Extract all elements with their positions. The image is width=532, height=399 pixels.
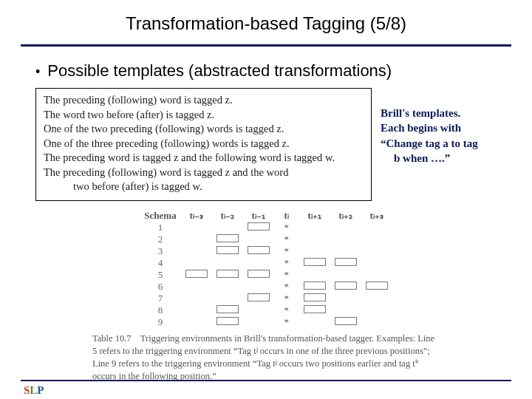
logo-letter-l: L <box>30 384 37 396</box>
templates-box: The preceding (following) word is tagged… <box>35 88 372 201</box>
col-ti+3: tᵢ₊₃ <box>361 210 392 222</box>
schema-cell <box>243 245 274 257</box>
sidenote-line: b when ….” <box>381 151 514 166</box>
schema-cell <box>181 257 212 269</box>
title-underline <box>21 44 511 47</box>
col-ti+1: tᵢ₊₁ <box>299 210 330 222</box>
template-line: The preceding word is tagged z and the f… <box>44 151 364 166</box>
schema-cell <box>181 304 212 316</box>
template-line: The word two before (after) is tagged z. <box>44 108 364 123</box>
schema-cell: * <box>274 316 299 328</box>
schema-cell <box>243 222 274 233</box>
schema-cell <box>181 269 212 281</box>
schema-cell <box>243 316 274 328</box>
side-annotation: Brill's templates. Each begins with “Cha… <box>381 88 514 166</box>
schema-cell <box>361 222 392 233</box>
row-label: 4 <box>140 257 180 269</box>
row-label: 6 <box>140 281 180 293</box>
schema-cell: * <box>274 222 299 233</box>
col-ti+2: tᵢ₊₂ <box>330 210 361 222</box>
schema-cell <box>299 233 330 245</box>
schema-cell <box>243 293 274 304</box>
schema-cell <box>361 257 392 269</box>
schema-cell <box>212 222 243 233</box>
table-row: 3* <box>140 245 392 257</box>
schema-cell <box>361 269 392 281</box>
bullet-text: Possible templates (abstracted transform… <box>47 61 392 81</box>
schema-cell <box>181 281 212 293</box>
schema-cell: * <box>274 257 299 269</box>
row-label: 1 <box>140 222 180 233</box>
schema-cell <box>212 269 243 281</box>
schema-table: Schema tᵢ₋₃ tᵢ₋₂ tᵢ₋₁ tᵢ tᵢ₊₁ tᵢ₊₂ tᵢ₊₃ … <box>140 210 392 328</box>
schema-cell <box>330 245 361 257</box>
template-line: two before (after) is tagged w. <box>44 180 364 194</box>
schema-cell <box>361 316 392 328</box>
schema-cell <box>361 233 392 245</box>
footer-rule <box>21 380 511 381</box>
schema-cell <box>299 222 330 233</box>
schema-cell <box>212 257 243 269</box>
col-schema: Schema <box>140 210 180 222</box>
schema-cell <box>243 233 274 245</box>
schema-cell <box>212 245 243 257</box>
row-label: 8 <box>140 304 180 316</box>
schema-cell <box>361 304 392 316</box>
bullet-item: • Possible templates (abstracted transfo… <box>35 61 532 81</box>
schema-cell <box>299 293 330 304</box>
row-label: 9 <box>140 316 180 328</box>
schema-cell <box>361 281 392 293</box>
table-row: 9* <box>140 316 392 328</box>
schema-cell <box>330 269 361 281</box>
schema-cell <box>330 233 361 245</box>
sidenote-line: Each begins with <box>381 120 514 135</box>
schema-cell: * <box>274 269 299 281</box>
table-row: 8* <box>140 304 392 316</box>
schema-cell <box>299 281 330 293</box>
schema-cell: * <box>274 304 299 316</box>
row-label: 2 <box>140 233 180 245</box>
table-row: 6* <box>140 281 392 293</box>
template-line: The preceding (following) word is tagged… <box>44 93 364 108</box>
schema-cell <box>299 316 330 328</box>
schema-cell <box>330 293 361 304</box>
schema-cell <box>212 316 243 328</box>
schema-cell <box>243 269 274 281</box>
template-line: One of the three preceding (following) w… <box>44 137 364 151</box>
schema-cell <box>212 304 243 316</box>
row-label: 5 <box>140 269 180 281</box>
table-row: 4* <box>140 257 392 269</box>
row-label: 7 <box>140 293 180 304</box>
slide-title: Transformation-based Tagging (5/8) <box>0 0 532 44</box>
schema-cell: * <box>274 233 299 245</box>
sidenote-line: Brill's templates. <box>381 106 514 120</box>
schema-cell <box>212 281 243 293</box>
col-ti-2: tᵢ₋₂ <box>212 210 243 222</box>
schema-cell <box>330 316 361 328</box>
schema-cell <box>330 222 361 233</box>
row-label: 3 <box>140 245 180 257</box>
table-caption: Table 10.7 Triggering environments in Br… <box>92 332 440 383</box>
schema-cell <box>181 233 212 245</box>
schema-cell <box>212 233 243 245</box>
schema-cell <box>299 269 330 281</box>
col-ti-3: tᵢ₋₃ <box>181 210 212 222</box>
schema-cell <box>361 293 392 304</box>
schema-cell <box>181 245 212 257</box>
schema-cell <box>299 304 330 316</box>
schema-cell <box>181 316 212 328</box>
table-row: 7* <box>140 293 392 304</box>
schema-cell <box>299 257 330 269</box>
schema-cell <box>330 257 361 269</box>
schema-cell: * <box>274 281 299 293</box>
table-row: 2* <box>140 233 392 245</box>
schema-cell <box>330 281 361 293</box>
logo-letter-p: P <box>37 384 44 396</box>
template-line: The preceding (following) word is tagged… <box>44 166 364 180</box>
schema-cell <box>212 293 243 304</box>
schema-cell <box>361 245 392 257</box>
schema-cell <box>243 281 274 293</box>
schema-cell <box>243 304 274 316</box>
schema-cell <box>181 293 212 304</box>
bullet-dot-icon: • <box>35 64 40 80</box>
